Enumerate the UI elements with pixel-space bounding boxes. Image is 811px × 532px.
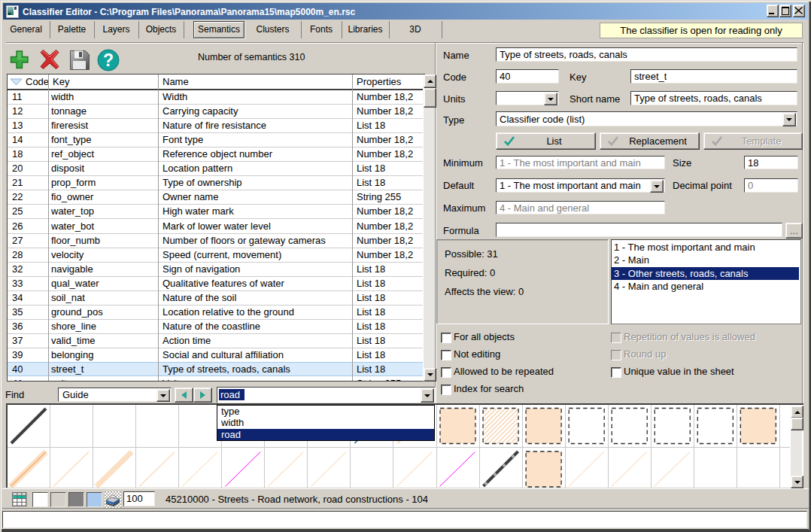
svg-text:?: ? [103,50,114,70]
